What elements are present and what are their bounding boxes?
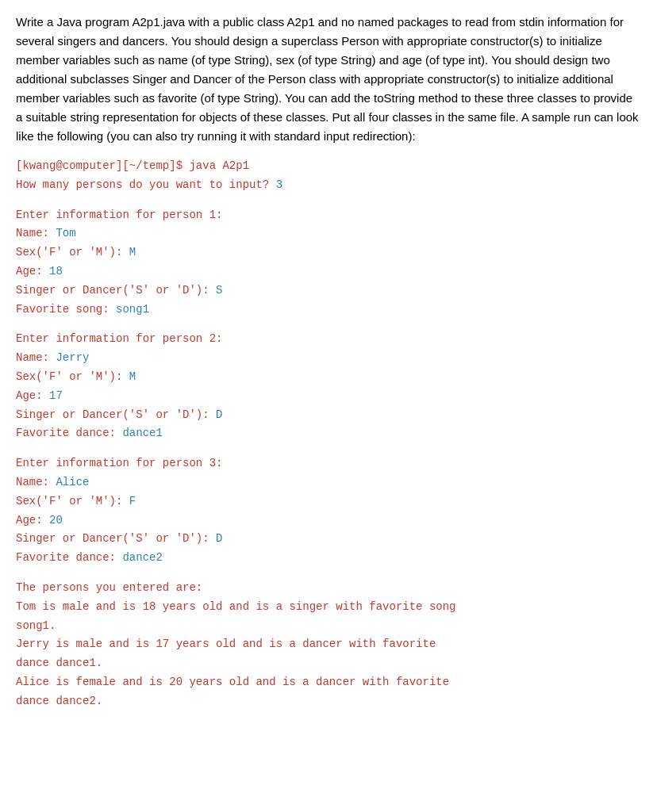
code-block: [kwang@computer][~/temp]$ java A2p1 How … xyxy=(16,157,641,711)
name1-line: Name: Tom xyxy=(16,224,641,243)
tom-summary-line1: Tom is male and is 18 years old and is a… xyxy=(16,598,641,617)
sex3-line: Sex('F' or 'M'): F xyxy=(16,492,641,511)
singer3-line: Singer or Dancer('S' or 'D'): D xyxy=(16,530,641,549)
sex1-line: Sex('F' or 'M'): M xyxy=(16,243,641,262)
summary-label: The persons you entered are: xyxy=(16,579,641,598)
gap3 xyxy=(16,443,641,454)
name2-line: Name: Jerry xyxy=(16,349,641,368)
jerry-summary-line2: dance dance1. xyxy=(16,654,641,673)
jerry-summary-line1: Jerry is male and is 17 years old and is… xyxy=(16,635,641,654)
name3-line: Name: Alice xyxy=(16,473,641,492)
gap2 xyxy=(16,319,641,330)
enter3-line: Enter information for person 3: xyxy=(16,454,641,473)
alice-summary-line2: dance dance2. xyxy=(16,692,641,711)
singer1-line: Singer or Dancer('S' or 'D'): S xyxy=(16,282,641,301)
description-text: Write a Java program A2p1.java with a pu… xyxy=(16,13,641,146)
age2-line: Age: 17 xyxy=(16,387,641,406)
age1-line: Age: 18 xyxy=(16,262,641,282)
gap1 xyxy=(16,195,641,206)
fav3-line: Favorite dance: dance2 xyxy=(16,549,641,568)
fav2-line: Favorite dance: dance1 xyxy=(16,424,641,443)
singer2-line: Singer or Dancer('S' or 'D'): D xyxy=(16,406,641,425)
enter1-line: Enter information for person 1: xyxy=(16,206,641,225)
tom-summary-line2: song1. xyxy=(16,617,641,636)
enter2-line: Enter information for person 2: xyxy=(16,330,641,349)
age3-line: Age: 20 xyxy=(16,511,641,530)
alice-summary-line1: Alice is female and is 20 years old and … xyxy=(16,673,641,692)
fav1-line: Favorite song: song1 xyxy=(16,301,641,320)
how-many-line: How many persons do you want to input? 3 xyxy=(16,176,641,195)
gap4 xyxy=(16,568,641,579)
sex2-line: Sex('F' or 'M'): M xyxy=(16,368,641,387)
prompt-line: [kwang@computer][~/temp]$ java A2p1 xyxy=(16,157,641,176)
